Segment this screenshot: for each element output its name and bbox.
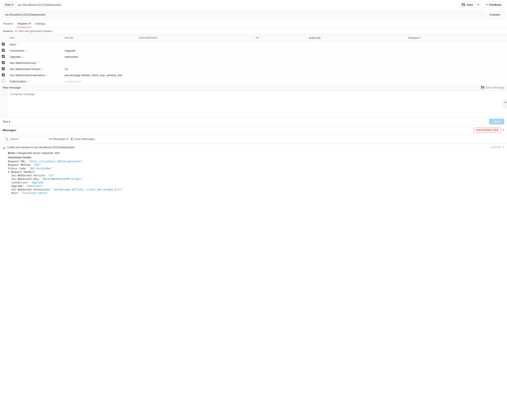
- row-2-actions: [252, 54, 306, 60]
- row-2-value: websocket: [63, 54, 138, 60]
- row-1-key: Connection ⓘ: [8, 48, 63, 54]
- row-1-presets: [405, 48, 507, 54]
- search-input[interactable]: [10, 137, 44, 140]
- message-log: ⊗ Could not connect to ws://localhost:10…: [0, 144, 507, 197]
- tabs-row: Params Headers Settings: [0, 20, 507, 28]
- headers-active-dot: [29, 23, 31, 24]
- row-5-actions: [252, 72, 306, 78]
- all-messages-filter[interactable]: All Messages ▾: [49, 137, 68, 140]
- more-options-button[interactable]: •••: [254, 35, 261, 40]
- row-5-desc: [138, 72, 252, 78]
- table-row: Authorization ⓘsample_keys: [0, 78, 507, 84]
- tab-headers-label: Headers: [17, 22, 28, 25]
- row-0-bulk: [306, 42, 405, 48]
- text-format-label: Text: [3, 120, 8, 123]
- top-right-actions: 💾 Save ▾ ↗ Feedback: [459, 2, 504, 8]
- headers-section-bar: Headers 👁 Hide auto-generated headers: [0, 28, 507, 34]
- row-6-actions: [252, 78, 306, 84]
- save-message-label: Save Message: [486, 86, 504, 89]
- tab-params[interactable]: Params: [3, 20, 14, 28]
- row-2-desc: [138, 54, 252, 60]
- hide-auto-label: Hide auto-generated headers: [18, 30, 52, 33]
- bulk-edit-button[interactable]: Bulk Edit: [308, 36, 322, 40]
- col-header-bulk: Bulk Edit: [306, 34, 405, 42]
- search-box: 🔍: [3, 136, 47, 142]
- save-dropdown-arrow[interactable]: ▾: [476, 2, 481, 7]
- row-4-value: 13: [63, 66, 138, 72]
- row-2-presets: [405, 54, 507, 60]
- row-3-presets: [405, 60, 507, 66]
- row-4-actions: [252, 66, 306, 72]
- clear-messages-button[interactable]: 🗑 Clear Messages: [70, 137, 95, 140]
- row-3-checkbox[interactable]: [2, 61, 5, 64]
- text-format-dropdown[interactable]: Text ▾: [3, 120, 10, 123]
- info-icon: ⓘ: [42, 67, 44, 71]
- table-row: Sec-WebSocket-Key ⓘ: [0, 60, 507, 66]
- save-message-button[interactable]: 💾 Save Message: [481, 86, 504, 89]
- search-row: 🔍 All Messages ▾ 🗑 Clear Messages: [0, 134, 507, 144]
- row-4-checkbox[interactable]: [2, 67, 5, 70]
- compose-area: 1 Saved messages: [0, 91, 507, 117]
- row-1-actions: [252, 48, 306, 54]
- detail-ws-key: Sec-WebSocket-Key: "5B7Ec09E0284sQTNY7Js…: [8, 177, 504, 181]
- eye-icon: 👁: [15, 30, 17, 33]
- row-6-desc: [138, 78, 252, 84]
- messages-header-right: DISCONNECTED ▾: [474, 128, 504, 133]
- message-entry-0: ⊗ Could not connect to ws://localhost:10…: [3, 144, 504, 197]
- all-messages-chevron-icon: ▾: [67, 137, 68, 140]
- row-2-checkbox[interactable]: [2, 55, 5, 58]
- row-0-checkbox[interactable]: [2, 43, 5, 46]
- row-0-checkbox-cell: [0, 42, 8, 48]
- external-link-icon: ↗: [486, 3, 488, 6]
- row-6-value: sample_keys: [63, 78, 138, 84]
- col-header-key: KEY: [8, 34, 63, 42]
- new-message-header: New message 💾 Save Message: [0, 84, 507, 91]
- presets-button[interactable]: Presets ▾: [406, 36, 422, 40]
- detail-upgrade: Upgrade: "websocket": [8, 184, 504, 188]
- feedback-button[interactable]: ↗ Feedback: [483, 2, 504, 8]
- message-details: Error: Unexpected server response: 403 H…: [3, 151, 504, 195]
- row-5-checkbox[interactable]: [2, 73, 5, 77]
- row-1-checkbox[interactable]: [2, 49, 5, 52]
- top-bar: Raw ▾ ws://localhost:10123/websocket 💾 S…: [0, 0, 507, 10]
- error-icon: ⊗: [3, 146, 6, 150]
- row-1-desc: [138, 48, 252, 54]
- compose-controls: Text ▾ Send: [0, 117, 507, 126]
- col-header-desc: DESCRIPTION: [138, 34, 252, 42]
- row-6-checkbox[interactable]: [2, 79, 5, 83]
- table-row: Host ⓘ: [0, 42, 507, 48]
- tab-params-label: Params: [3, 22, 13, 25]
- tab-headers[interactable]: Headers: [17, 20, 31, 28]
- tab-settings[interactable]: Settings: [35, 20, 46, 28]
- row-4-presets: [405, 66, 507, 72]
- expand-icon[interactable]: ∧: [502, 146, 504, 149]
- message-entry-left: ⊗ Could not connect to ws://localhost:10…: [3, 146, 74, 150]
- info-icon: ⓘ: [21, 55, 24, 58]
- row-5-key: Sec-WebSocket-Extensions ⓘ: [8, 72, 63, 78]
- presets-chevron-icon: ▾: [418, 36, 420, 40]
- compose-textarea[interactable]: [8, 91, 507, 117]
- row-3-key: Sec-WebSocket-Key ⓘ: [8, 60, 63, 66]
- detail-status-code: Status Code: "403 Forbidden": [8, 167, 504, 170]
- row-4-checkbox-cell: [0, 66, 8, 72]
- raw-dropdown[interactable]: Raw ▾: [3, 2, 16, 7]
- error-line: Error: Unexpected server response: 403: [8, 151, 504, 155]
- headers-table-body: Host ⓘConnection ⓘUpgradeUpgrade ⓘwebsoc…: [0, 42, 507, 84]
- hide-auto-headers-button[interactable]: 👁 Hide auto-generated headers: [15, 30, 52, 33]
- connect-button[interactable]: Connect: [486, 11, 504, 18]
- table-row: Upgrade ⓘwebsocket: [0, 54, 507, 60]
- headers-table-container: KEY VALUE DESCRIPTION ••• Bulk Edit: [0, 34, 507, 84]
- new-message-label: New message: [3, 86, 21, 89]
- websocket-url-input[interactable]: [3, 11, 484, 18]
- all-messages-label: All Messages: [49, 137, 66, 140]
- save-button-group: 💾 Save ▾: [459, 2, 481, 8]
- detail-ws-version: Sec-WebSocket-Version: "13": [8, 174, 504, 177]
- row-4-desc: [138, 66, 252, 72]
- send-button[interactable]: Send: [489, 119, 504, 125]
- chevron-down-icon: ▾: [12, 3, 13, 6]
- saved-messages-tab[interactable]: Saved messages: [503, 100, 507, 108]
- text-format-chevron-icon: ▾: [9, 120, 10, 123]
- save-button[interactable]: 💾 Save: [459, 2, 476, 7]
- row-3-bulk: [306, 60, 405, 66]
- messages-chevron-icon[interactable]: ▾: [503, 128, 504, 132]
